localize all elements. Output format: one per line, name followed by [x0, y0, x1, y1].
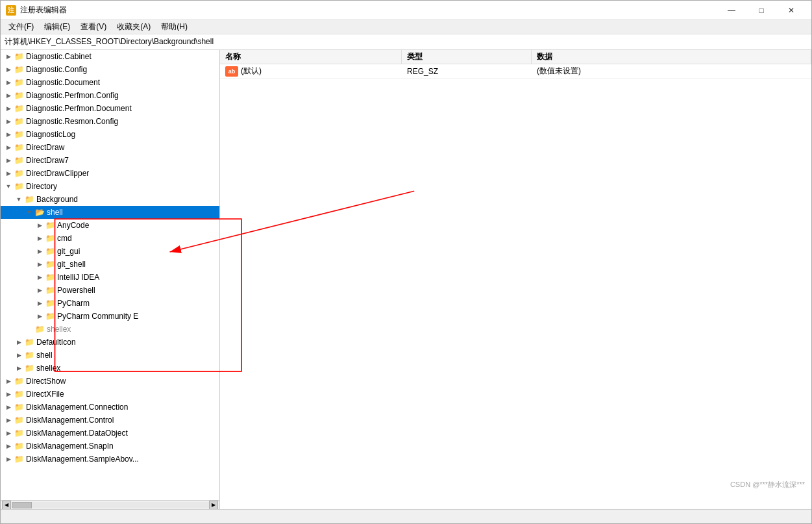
expand-icon[interactable]: ▶ [3, 103, 14, 114]
menu-favorites[interactable]: 收藏夹(A) [112, 20, 156, 34]
expand-icon[interactable]: ▼ [3, 181, 14, 192]
tree-item[interactable]: ▶ 📁 DirectDraw [1, 141, 219, 154]
tree-pane[interactable]: ▶ 📁 Diagnostic.Cabinet ▶ 📁 Diagnostic.Co… [1, 50, 219, 500]
expand-icon[interactable]: ▶ [3, 90, 14, 101]
tree-item[interactable]: ▶ 📁 DiskManagement.SnapIn [1, 440, 219, 453]
tree-item-label: DiskManagement.SampleAbov... [26, 455, 139, 464]
expand-icon[interactable]: ▶ [3, 376, 14, 386]
tree-item[interactable]: ▶ 📁 PyCharm [1, 297, 219, 310]
expand-icon[interactable]: ▶ [14, 363, 24, 373]
tree-item[interactable]: ▶ 📁 DiskManagement.DataObject [1, 427, 219, 440]
tree-item[interactable]: ▶ 📁 PyCharm Community E [1, 310, 219, 323]
expand-icon[interactable]: ▶ [34, 285, 45, 295]
tree-item[interactable]: ▶ 📁 DiskManagement.SampleAbov... [1, 453, 219, 466]
expand-icon[interactable]: ▶ [3, 441, 14, 451]
folder-icon: 📁 [45, 259, 55, 269]
tree-item-background[interactable]: ▼ 📁 Background [1, 193, 219, 206]
tree-item-directory[interactable]: ▼ 📁 Directory [1, 180, 219, 193]
expand-icon[interactable]: ▶ [34, 220, 45, 231]
tree-item[interactable]: 📁 shellex [1, 323, 219, 336]
expand-icon[interactable]: ▶ [3, 402, 14, 412]
tree-item-label: DiskManagement.DataObject [26, 429, 128, 438]
tree-item-label: DirectDraw7 [26, 156, 69, 165]
tree-item[interactable]: ▶ 📁 DiagnosticLog [1, 128, 219, 141]
tree-item[interactable]: ▶ 📁 Diagnostic.Config [1, 63, 219, 76]
expand-icon[interactable]: ▶ [3, 428, 14, 438]
tree-item[interactable]: ▶ 📁 git_gui [1, 245, 219, 258]
tree-item-label: Directory [26, 182, 57, 191]
tree-item[interactable]: ▶ 📁 Diagnostic.Cabinet [1, 50, 219, 63]
expand-icon[interactable]: ▶ [3, 51, 14, 62]
minimize-button[interactable]: — [717, 1, 746, 20]
expand-icon[interactable]: ▶ [3, 77, 14, 88]
tree-item-label: git_gui [57, 247, 80, 256]
tree-item[interactable]: ▶ 📁 cmd [1, 232, 219, 245]
expand-icon[interactable]: ▶ [3, 415, 14, 425]
tree-item[interactable]: ▶ 📁 DirectShow [1, 375, 219, 388]
expand-icon[interactable]: ▼ [24, 207, 34, 218]
hscroll-right-btn[interactable]: ▶ [209, 501, 218, 510]
tree-item[interactable]: ▶ 📁 DefaultIcon [1, 336, 219, 349]
expand-icon[interactable]: ▶ [3, 389, 14, 399]
folder-icon: 📁 [45, 220, 55, 231]
folder-icon: 📁 [24, 337, 34, 347]
hscroll-track[interactable] [11, 502, 209, 508]
expand-icon[interactable]: ▶ [3, 116, 14, 127]
expand-icon[interactable]: ▶ [14, 350, 24, 360]
tree-item[interactable]: ▶ 📁 Diagnostic.Perfmon.Document [1, 102, 219, 115]
tree-item[interactable]: ▶ 📁 Diagnostic.Perfmon.Config [1, 89, 219, 102]
hscroll-left-btn[interactable]: ◀ [2, 501, 11, 510]
expand-icon[interactable]: ▶ [3, 142, 14, 153]
address-text: 计算机\HKEY_CLASSES_ROOT\Directory\Backgrou… [5, 36, 214, 47]
hscroll-thumb[interactable] [12, 502, 32, 508]
expand-icon[interactable]: ▶ [34, 259, 45, 269]
tree-item-shell[interactable]: ▼ 📂 shell [1, 206, 219, 219]
address-bar: 计算机\HKEY_CLASSES_ROOT\Directory\Backgrou… [1, 34, 811, 50]
menu-file[interactable]: 文件(F) [3, 20, 39, 34]
tree-hscroll[interactable]: ◀ ▶ [1, 500, 219, 509]
expand-icon[interactable]: ▼ [14, 194, 24, 205]
expand-icon[interactable]: ▶ [3, 168, 14, 179]
tree-item[interactable]: ▶ 📁 shellex [1, 362, 219, 375]
tree-item[interactable]: ▶ 📁 git_shell [1, 258, 219, 271]
close-button[interactable]: ✕ [776, 1, 806, 20]
folder-icon: 📁 [45, 272, 55, 282]
folder-icon: 📁 [45, 311, 55, 321]
col-header-data[interactable]: 数据 [532, 50, 811, 64]
tree-item[interactable]: ▶ 📁 DiskManagement.Connection [1, 401, 219, 414]
detail-cell-type: REG_SZ [402, 66, 532, 77]
menu-edit[interactable]: 编辑(E) [39, 20, 75, 34]
tree-item[interactable]: ▶ 📁 Diagnostic.Document [1, 76, 219, 89]
expand-icon[interactable]: ▶ [34, 246, 45, 256]
tree-item[interactable]: ▶ 📁 DiskManagement.Control [1, 414, 219, 427]
tree-item[interactable]: ▶ 📁 DirectDraw7 [1, 154, 219, 167]
maximize-button[interactable]: □ [746, 1, 776, 20]
col-header-type[interactable]: 类型 [402, 50, 532, 64]
tree-item-label: shell [47, 208, 63, 217]
expand-icon[interactable] [24, 324, 34, 334]
expand-icon[interactable]: ▶ [34, 233, 45, 243]
expand-icon[interactable]: ▶ [3, 129, 14, 140]
detail-row[interactable]: ab (默认) REG_SZ (数值未设置) [220, 64, 811, 79]
tree-item[interactable]: ▶ 📁 DirectXFile [1, 388, 219, 401]
tree-pane-wrapper: ▶ 📁 Diagnostic.Cabinet ▶ 📁 Diagnostic.Co… [1, 50, 220, 509]
expand-icon[interactable]: ▶ [3, 454, 14, 464]
tree-item[interactable]: ▶ 📁 DirectDrawClipper [1, 167, 219, 180]
tree-item[interactable]: ▶ 📁 IntelliJ IDEA [1, 271, 219, 284]
menu-help[interactable]: 帮助(H) [156, 20, 193, 34]
expand-icon[interactable]: ▶ [14, 337, 24, 347]
tree-item-label: DiskManagement.SnapIn [26, 442, 114, 451]
expand-icon[interactable]: ▶ [34, 272, 45, 282]
tree-item[interactable]: ▶ 📁 Diagnostic.Resmon.Config [1, 115, 219, 128]
expand-icon[interactable]: ▶ [3, 155, 14, 166]
menu-view[interactable]: 查看(V) [75, 20, 112, 34]
tree-item[interactable]: ▶ 📁 AnyCode [1, 219, 219, 232]
tree-item[interactable]: ▶ 📁 shell [1, 349, 219, 362]
expand-icon[interactable]: ▶ [34, 311, 45, 321]
tree-item[interactable]: ▶ 📁 Powershell [1, 284, 219, 297]
col-header-name[interactable]: 名称 [220, 50, 402, 64]
tree-item-label: git_shell [57, 260, 86, 269]
expand-icon[interactable]: ▶ [3, 64, 14, 75]
tree-item-label: PyCharm Community E [57, 312, 138, 321]
expand-icon[interactable]: ▶ [34, 298, 45, 308]
